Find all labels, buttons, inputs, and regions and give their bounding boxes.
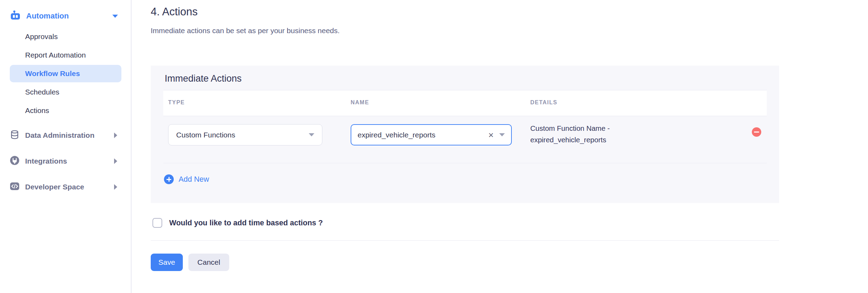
robot-icon <box>10 10 21 22</box>
chevron-down-icon[interactable] <box>499 133 505 136</box>
panel-title: Immediate Actions <box>165 73 242 84</box>
code-icon <box>10 181 20 193</box>
divider <box>151 240 779 241</box>
sidebar-section-label: Developer Space <box>25 183 84 191</box>
sidebar-section-label: Integrations <box>25 157 67 165</box>
sidebar-section-label: Data Administration <box>25 131 95 140</box>
chevron-right-icon <box>114 158 117 164</box>
chevron-down-icon <box>112 15 118 18</box>
action-type-select[interactable]: Custom Functions <box>168 124 322 145</box>
actions-table-header <box>163 90 767 116</box>
column-header-type: TYPE <box>168 99 185 106</box>
time-based-actions-checkbox[interactable] <box>152 218 162 228</box>
sidebar-item-report-automation[interactable]: Report Automation <box>10 46 121 64</box>
sidebar-item-approvals[interactable]: Approvals <box>10 28 121 45</box>
sidebar-section-integrations[interactable]: Integrations <box>10 152 121 170</box>
step-subtitle: Immediate actions can be set as per your… <box>151 27 340 35</box>
add-new-label: Add New <box>179 175 209 184</box>
chevron-right-icon <box>114 184 117 190</box>
sidebar-section-developer-space[interactable]: Developer Space <box>10 178 121 196</box>
database-icon <box>10 130 20 141</box>
row-divider <box>163 163 767 163</box>
sidebar-lower-sections: Data Administration Integrations <box>10 127 121 204</box>
time-based-actions-label: Would you like to add time based actions… <box>169 219 323 227</box>
automation-submenu: Approvals Report Automation Workflow Rul… <box>10 28 121 120</box>
sidebar-section-label: Automation <box>26 12 69 21</box>
action-name-combobox[interactable]: expired_vehicle_reports × <box>351 124 512 145</box>
action-details: Custom Function Name - expired_vehicle_r… <box>530 122 677 145</box>
workflow-rule-actions-page: Automation Approvals Report Automation W… <box>0 0 868 293</box>
add-new-button[interactable]: Add New <box>164 174 209 184</box>
plus-circle-icon <box>164 174 174 184</box>
time-based-actions-row: Would you like to add time based actions… <box>152 214 323 232</box>
step-title: 4. Actions <box>151 6 197 18</box>
sidebar-item-actions[interactable]: Actions <box>10 102 121 119</box>
action-details-line1: Custom Function Name - <box>530 122 677 134</box>
remove-action-button[interactable] <box>752 127 761 137</box>
plug-icon <box>10 156 20 167</box>
settings-sidebar: Automation Approvals Report Automation W… <box>0 0 132 293</box>
action-type-value: Custom Functions <box>176 131 235 139</box>
action-name-value: expired_vehicle_reports <box>358 131 435 139</box>
sidebar-item-workflow-rules[interactable]: Workflow Rules <box>10 65 121 82</box>
chevron-right-icon <box>114 133 117 138</box>
chevron-down-icon <box>309 133 314 136</box>
sidebar-section-data-administration[interactable]: Data Administration <box>10 127 121 144</box>
sidebar-section-automation[interactable]: Automation <box>10 10 121 22</box>
sidebar-item-schedules[interactable]: Schedules <box>10 83 121 101</box>
clear-icon[interactable]: × <box>488 130 494 140</box>
immediate-actions-panel: Immediate Actions TYPE NAME DETAILS Cust… <box>151 66 779 203</box>
column-header-details: DETAILS <box>530 99 558 106</box>
save-button[interactable]: Save <box>151 254 183 271</box>
action-details-line2: expired_vehicle_reports <box>530 134 677 145</box>
column-header-name: NAME <box>351 99 369 106</box>
cancel-button[interactable]: Cancel <box>188 254 229 271</box>
